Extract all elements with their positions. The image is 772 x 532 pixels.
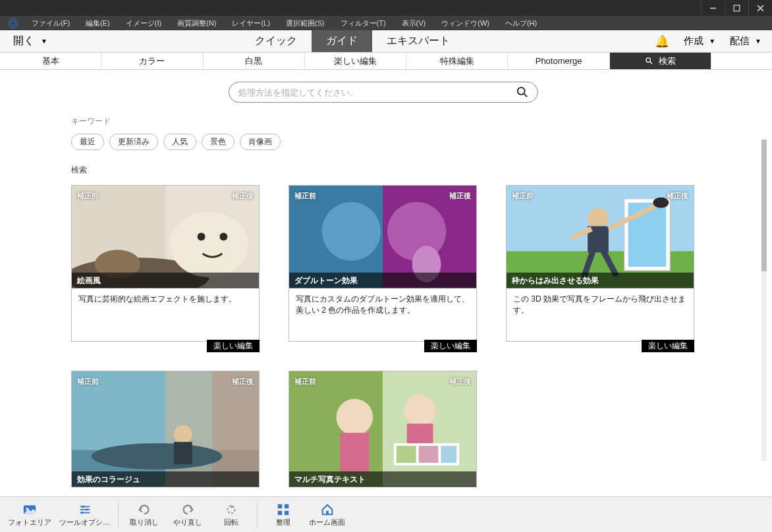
bb-label: ホーム画面 xyxy=(309,518,345,527)
svg-point-13 xyxy=(170,212,248,277)
svg-line-7 xyxy=(650,62,652,64)
card-multi-photo-text[interactable]: 補正前 補正後 マルチ写真テキスト xyxy=(289,371,477,487)
menu-edit[interactable]: 編集(E) xyxy=(78,16,118,30)
content-scrollbar[interactable] xyxy=(761,140,767,461)
svg-rect-47 xyxy=(397,446,416,463)
chip-popular[interactable]: 人気 xyxy=(163,134,196,150)
menu-image[interactable]: イメージ(I) xyxy=(118,16,169,30)
menu-bar: ファイル(F) 編集(E) イメージ(I) 画質調整(N) レイヤー(L) 選択… xyxy=(0,16,772,30)
undo-icon xyxy=(137,502,152,517)
bb-label: ツールオプシ… xyxy=(59,518,110,527)
bb-label: フォトエリア xyxy=(8,518,51,527)
svg-rect-39 xyxy=(174,442,192,464)
svg-rect-48 xyxy=(419,446,439,463)
card-duotone[interactable]: 補正前 補正後 ダブルトーン効果 写真にカスタムのダブルトーン効果を適用して、美… xyxy=(289,185,477,342)
svg-point-15 xyxy=(219,232,227,240)
mode-toolbar: 開く ▼ クイック ガイド エキスパート 🔔 作成 ▼ 配信 ▼ xyxy=(0,30,772,53)
redo-button[interactable]: やり直し xyxy=(170,502,206,527)
category-tabs: 基本 カラー 白黒 楽しい編集 特殊編集 Photomerge 検索 xyxy=(0,53,772,70)
menu-select[interactable]: 選択範囲(S) xyxy=(278,16,333,30)
chip-portrait[interactable]: 肖像画 xyxy=(240,134,281,150)
label-before: 補正前 xyxy=(512,191,534,201)
card-category-tag: 楽しい編集 xyxy=(424,340,477,352)
minimize-button[interactable] xyxy=(701,0,725,16)
menu-layer[interactable]: レイヤー(L) xyxy=(224,16,277,30)
svg-point-38 xyxy=(174,425,192,443)
label-after: 補正後 xyxy=(232,377,254,386)
label-before: 補正前 xyxy=(294,191,316,201)
tab-search[interactable]: 検索 xyxy=(610,53,711,69)
home-button[interactable]: ホーム画面 xyxy=(309,502,345,527)
card-out-of-bounds[interactable]: 補正前 補正後 枠からはみ出させる効果 この 3D 効果で写真をフレームから飛び… xyxy=(506,185,694,342)
menu-enhance[interactable]: 画質調整(N) xyxy=(169,16,224,30)
menu-window[interactable]: ウィンドウ(W) xyxy=(433,16,497,30)
svg-point-5 xyxy=(11,21,16,26)
separator xyxy=(118,502,119,527)
undo-button[interactable]: 取り消し xyxy=(126,502,162,527)
share-label: 配信 xyxy=(730,35,750,47)
search-box[interactable] xyxy=(229,82,538,103)
redo-icon xyxy=(180,502,195,517)
notification-bell-icon[interactable]: 🔔 xyxy=(655,34,669,49)
svg-rect-1 xyxy=(734,5,740,11)
card-effect-collage[interactable]: 補正前 補正後 効果のコラージュ xyxy=(71,371,260,487)
menu-filter[interactable]: フィルター(T) xyxy=(333,16,394,30)
rotate-button[interactable]: 回転 xyxy=(213,502,249,527)
photo-bin-button[interactable]: フォトエリア xyxy=(8,502,51,527)
card-thumbnail xyxy=(289,371,476,487)
label-before: 補正前 xyxy=(77,191,99,201)
svg-point-4 xyxy=(9,18,18,28)
tab-fun-edits[interactable]: 楽しい編集 xyxy=(305,53,406,69)
svg-rect-43 xyxy=(340,433,369,472)
svg-rect-60 xyxy=(285,504,289,508)
open-label: 開く xyxy=(13,34,34,48)
svg-point-14 xyxy=(198,232,206,240)
mode-guide[interactable]: ガイド xyxy=(312,30,372,52)
label-after: 補正後 xyxy=(667,191,688,201)
chip-updated[interactable]: 更新済み xyxy=(109,134,158,150)
tab-color[interactable]: カラー xyxy=(101,53,203,69)
card-description: この 3D 効果で写真をフレームから飛び出させます。 xyxy=(507,288,694,341)
chip-scenery[interactable]: 景色 xyxy=(202,134,234,150)
chip-recent[interactable]: 最近 xyxy=(71,134,104,150)
card-title: 効果のコラージュ xyxy=(72,471,259,487)
search-input[interactable] xyxy=(238,88,516,97)
tab-photomerge[interactable]: Photomerge xyxy=(508,53,609,69)
open-dropdown[interactable]: 開く ▼ xyxy=(0,30,61,52)
home-icon xyxy=(320,502,335,517)
card-description: 写真に芸術的な絵画エフェクトを施します。 xyxy=(72,288,259,341)
tool-options-button[interactable]: ツールオプシ… xyxy=(59,502,110,527)
card-painterly[interactable]: 補正前 補正後 絵画風 写真に芸術的な絵画エフェクトを施します。 楽しい編集 xyxy=(71,185,260,342)
svg-rect-36 xyxy=(212,371,258,487)
tab-basic[interactable]: 基本 xyxy=(0,53,101,69)
bb-label: やり直し xyxy=(173,518,202,527)
svg-rect-59 xyxy=(278,504,282,508)
mode-expert[interactable]: エキスパート xyxy=(372,30,464,52)
menu-view[interactable]: 表示(V) xyxy=(394,16,434,30)
svg-point-44 xyxy=(404,395,436,427)
organizer-button[interactable]: 整理 xyxy=(265,502,301,527)
keywords-label: キーワード xyxy=(71,116,767,127)
mode-quick[interactable]: クイック xyxy=(240,30,312,52)
create-dropdown[interactable]: 作成 ▼ xyxy=(684,35,715,47)
svg-rect-61 xyxy=(278,510,282,514)
tab-spacer xyxy=(711,53,772,69)
svg-point-57 xyxy=(80,511,83,514)
close-button[interactable] xyxy=(748,0,772,16)
menu-file[interactable]: ファイル(F) xyxy=(24,16,78,30)
share-dropdown[interactable]: 配信 ▼ xyxy=(730,35,761,47)
create-label: 作成 xyxy=(684,35,703,47)
rotate-icon xyxy=(224,502,238,517)
svg-rect-63 xyxy=(326,510,329,514)
bb-label: 取り消し xyxy=(130,518,159,527)
tab-special-edits[interactable]: 特殊編集 xyxy=(406,53,508,69)
svg-point-55 xyxy=(82,505,84,508)
caret-down-icon: ▼ xyxy=(41,38,47,45)
tab-bw[interactable]: 白黒 xyxy=(204,53,305,69)
card-thumbnail xyxy=(72,371,259,487)
scrollbar-thumb[interactable] xyxy=(761,140,767,271)
menu-help[interactable]: ヘルプ(H) xyxy=(497,16,545,30)
maximize-button[interactable] xyxy=(725,0,748,16)
results-grid: 補正前 補正後 絵画風 写真に芸術的な絵画エフェクトを施します。 楽しい編集 xyxy=(71,185,730,487)
organizer-icon xyxy=(276,502,290,517)
